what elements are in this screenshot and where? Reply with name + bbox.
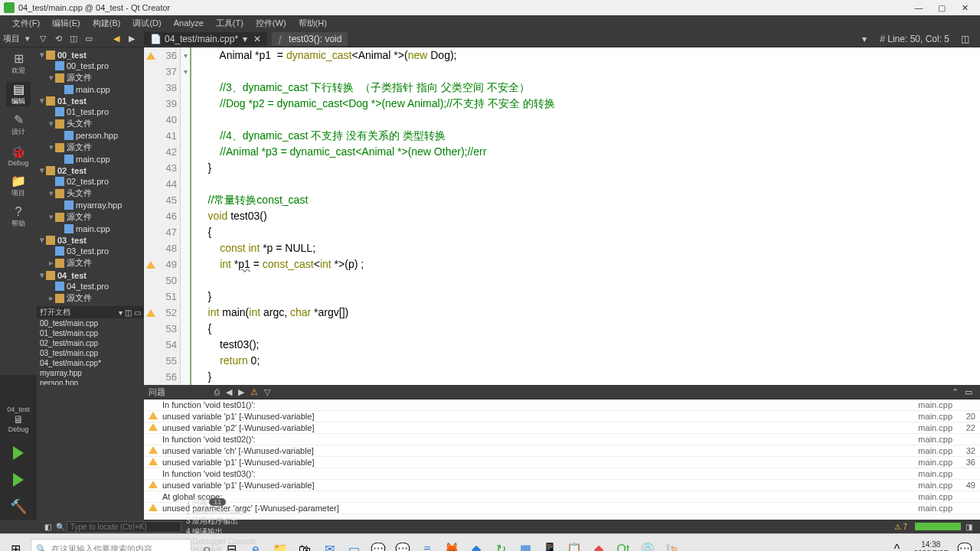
- split-editor-icon[interactable]: ◫: [958, 32, 972, 46]
- split-icon[interactable]: ◫: [67, 32, 80, 46]
- tree-item[interactable]: ▾03_test: [38, 234, 142, 246]
- tree-item[interactable]: main.cpp: [38, 223, 142, 234]
- issue-row[interactable]: In function 'void test01()':main.cpp: [144, 399, 980, 411]
- tree-item[interactable]: person.hpp: [38, 130, 142, 141]
- tree-item[interactable]: main.cpp: [38, 84, 142, 95]
- tree-item[interactable]: 04_test.pro: [38, 281, 142, 292]
- code-editor[interactable]: 3637383940414243444546474849505152535455…: [144, 47, 980, 385]
- issue-row[interactable]: unused variable 'p1' [-Wunused-variable]…: [144, 411, 980, 422]
- menu-item[interactable]: 文件(F): [6, 18, 46, 29]
- open-doc[interactable]: 03_test/main.cpp: [37, 348, 144, 358]
- locator-input[interactable]: [67, 521, 181, 533]
- open-doc[interactable]: 01_test/main.cpp: [37, 328, 144, 338]
- notifications-icon[interactable]: 💬: [952, 537, 977, 552]
- menu-item[interactable]: 工具(T): [210, 18, 250, 29]
- warning-count[interactable]: ⚠ 7: [894, 523, 907, 531]
- mail-icon[interactable]: ✉: [317, 537, 341, 552]
- close-panel-icon[interactable]: ▭: [82, 32, 96, 46]
- tree-item[interactable]: ▾源文件: [38, 210, 142, 223]
- issue-row[interactable]: unused variable 'p1' [-Wunused-variable]…: [144, 480, 980, 491]
- close-issues-icon[interactable]: ▭: [965, 387, 972, 397]
- issue-row[interactable]: unused variable 'ch' [-Wunused-variable]…: [144, 445, 980, 457]
- mode-编辑[interactable]: ▤编辑: [6, 82, 31, 106]
- project-combo[interactable]: 项目: [3, 33, 20, 44]
- filter-icon[interactable]: ▽: [264, 387, 270, 397]
- filter-warn-icon[interactable]: ⚠: [250, 387, 258, 397]
- app-icon[interactable]: ▭: [341, 537, 366, 552]
- issues-panel[interactable]: In function 'void test01()':main.cppunus…: [144, 399, 980, 520]
- file-tab[interactable]: 📄 04_test/main.cpp* ▾ ✕: [144, 32, 267, 46]
- mode-Debug[interactable]: 🐞Debug: [6, 143, 31, 168]
- store-icon[interactable]: 🛍: [292, 537, 317, 552]
- wechat-icon[interactable]: 💬: [390, 537, 415, 552]
- mode-设计[interactable]: ✎设计: [6, 112, 31, 137]
- dropdown-icon[interactable]: ▾: [119, 308, 122, 317]
- warning-icon[interactable]: [146, 309, 155, 317]
- app-icon[interactable]: ◆: [464, 537, 488, 552]
- tree-item[interactable]: 01_test.pro: [38, 106, 142, 117]
- collapse-icon[interactable]: ⌃: [952, 387, 959, 397]
- run-button[interactable]: [8, 442, 29, 463]
- task-view-icon[interactable]: ⊟: [219, 537, 243, 552]
- taskbar-clock[interactable]: 14:38 2020/5/27: [910, 540, 953, 552]
- tree-item[interactable]: ▸源文件: [38, 256, 142, 269]
- warning-icon[interactable]: [146, 261, 155, 269]
- tree-item[interactable]: myarray.hpp: [38, 200, 142, 210]
- open-doc[interactable]: 00_test/main.cpp: [37, 318, 144, 328]
- open-docs-list[interactable]: 00_test/main.cpp01_test/main.cpp02_test/…: [37, 318, 144, 385]
- toggle-right-sidebar-icon[interactable]: ◨: [965, 523, 972, 531]
- code-area[interactable]: Animal *p1 = dynamic_cast<Animal *>(new …: [191, 47, 980, 385]
- start-button[interactable]: ⊞: [3, 537, 28, 552]
- app-icon[interactable]: 📱: [537, 537, 562, 552]
- vscode-icon[interactable]: ≡: [415, 537, 439, 552]
- tree-item[interactable]: ▾00_test: [38, 49, 142, 60]
- debug-button[interactable]: [8, 469, 29, 490]
- app-icon[interactable]: 🐚: [660, 537, 684, 552]
- fold-column[interactable]: ▾▾: [181, 47, 191, 385]
- filter-icon[interactable]: ▽: [36, 32, 50, 46]
- prev-issue-icon[interactable]: ◀: [226, 387, 232, 397]
- menu-item[interactable]: 控件(W): [250, 18, 292, 29]
- firefox-icon[interactable]: 🦊: [439, 537, 464, 552]
- sync-icon[interactable]: ⟲: [51, 32, 65, 46]
- warning-icon[interactable]: [146, 52, 155, 60]
- issues-tab[interactable]: 问题: [149, 386, 165, 398]
- status-tab[interactable]: 2 Search Results: [186, 507, 256, 516]
- build-button[interactable]: 🔨: [8, 497, 29, 517]
- next-issue-icon[interactable]: ▶: [238, 387, 244, 397]
- status-tab[interactable]: 1 问题11: [186, 497, 256, 507]
- tree-item[interactable]: main.cpp: [38, 154, 142, 165]
- menu-item[interactable]: 调试(D): [126, 18, 167, 29]
- menu-item[interactable]: 编辑(E): [46, 18, 87, 29]
- explorer-icon[interactable]: 📁: [268, 537, 292, 552]
- issue-row[interactable]: In function 'void test03()':main.cpp: [144, 468, 980, 480]
- mode-帮助[interactable]: ?帮助: [6, 204, 31, 229]
- tree-item[interactable]: 02_test.pro: [38, 176, 142, 187]
- cortana-icon[interactable]: ○: [194, 537, 219, 552]
- file-tab-close-icon[interactable]: ✕: [253, 34, 261, 44]
- issue-row[interactable]: At global scope:main.cpp: [144, 491, 980, 503]
- taskbar-search[interactable]: 🔍 在这里输入你要搜索的内容: [31, 539, 191, 552]
- tree-item[interactable]: ▾头文件: [38, 117, 142, 130]
- qq-icon[interactable]: 💬: [366, 537, 390, 552]
- app-icon[interactable]: 📋: [562, 537, 586, 552]
- open-doc[interactable]: 02_test/main.cpp: [37, 338, 144, 348]
- open-doc[interactable]: person.hpp: [37, 378, 144, 385]
- tree-item[interactable]: ▸源文件: [38, 292, 142, 305]
- split-icon[interactable]: ◫: [125, 308, 132, 317]
- line-gutter[interactable]: 3637383940414243444546474849505152535455…: [158, 47, 181, 385]
- maximize-button[interactable]: ▢: [930, 3, 953, 13]
- status-tab[interactable]: 3 应用程序输出: [186, 516, 256, 527]
- menu-item[interactable]: 构建(B): [87, 18, 127, 29]
- file-dropdown-icon[interactable]: ▾: [243, 34, 247, 44]
- app-icon[interactable]: ▦: [513, 537, 537, 552]
- app-icon[interactable]: ↻: [488, 537, 513, 552]
- tree-item[interactable]: ▾源文件: [38, 141, 142, 154]
- menu-item[interactable]: Analyze: [168, 18, 210, 28]
- menu-item[interactable]: 帮助(H): [292, 18, 333, 29]
- issue-row[interactable]: unused variable 'p2' [-Wunused-variable]…: [144, 422, 980, 434]
- tree-item[interactable]: 03_test.pro: [38, 246, 142, 256]
- nav-forward-icon[interactable]: ▶: [125, 32, 139, 46]
- toggle-sidebar-icon[interactable]: ◧: [44, 523, 51, 531]
- symbol-breadcrumb[interactable]: ƒ test03(): void: [272, 32, 348, 46]
